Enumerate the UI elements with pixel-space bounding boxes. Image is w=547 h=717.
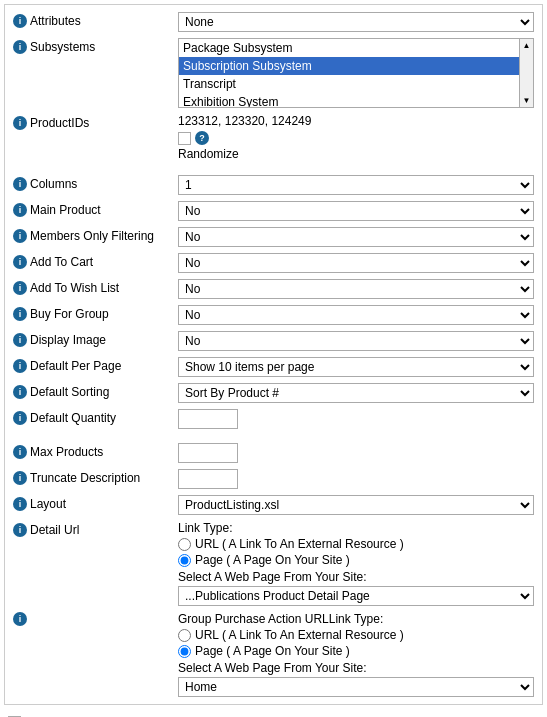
layout-label: i Layout [13,495,178,511]
default-quantity-info-icon[interactable]: i [13,411,27,425]
detail-url-row: i Detail Url Link Type: URL ( A Link To … [13,518,534,609]
url-external-label: URL ( A Link To An External Resource ) [195,537,404,551]
display-image-info-icon[interactable]: i [13,333,27,347]
members-only-info-icon[interactable]: i [13,229,27,243]
page-on-site-radio[interactable] [178,554,191,567]
select-web-page-label: Select A Web Page From Your Site: [178,570,534,584]
subsystems-item-subscription[interactable]: Subscription Subsystem [179,57,519,75]
group-page-select[interactable]: Home [178,677,534,697]
default-sorting-label: i Default Sorting [13,383,178,399]
subsystems-info-icon[interactable]: i [13,40,27,54]
detail-page-select[interactable]: ...Publications Product Detail Page [178,586,534,606]
default-sorting-control: Sort By Product # [178,383,534,403]
default-per-page-control: Show 10 items per page [178,357,534,377]
buy-for-group-label: i Buy For Group [13,305,178,321]
buy-for-group-control: No [178,305,534,325]
add-to-cart-info-icon[interactable]: i [13,255,27,269]
default-quantity-label-text: Default Quantity [30,411,116,425]
default-quantity-input[interactable]: 1 [178,409,238,429]
display-image-select[interactable]: No [178,331,534,351]
buy-for-group-select[interactable]: No [178,305,534,325]
randomize-label-text: Randomize [178,147,534,161]
max-products-label: i Max Products [13,443,178,459]
url-external-radio[interactable] [178,538,191,551]
max-products-info-icon[interactable]: i [13,445,27,459]
buy-for-group-label-text: Buy For Group [30,307,109,321]
subsystems-row: i Subsystems Package Subsystem Subscript… [13,35,534,111]
subsystems-control: Package Subsystem Subscription Subsystem… [178,38,534,108]
columns-info-icon[interactable]: i [13,177,27,191]
attributes-info-icon[interactable]: i [13,14,27,28]
scroll-up-arrow[interactable]: ▲ [521,39,533,52]
truncate-description-control: 0 [178,469,534,489]
default-sorting-info-icon[interactable]: i [13,385,27,399]
subsystems-label-text: Subsystems [30,40,95,54]
page-on-site-option: Page ( A Page On Your Site ) [178,553,534,567]
main-product-info-icon[interactable]: i [13,203,27,217]
max-products-label-text: Max Products [30,445,103,459]
product-ids-info-icon[interactable]: i [13,116,27,130]
subsystems-label: i Subsystems [13,38,178,54]
members-only-row: i Members Only Filtering No [13,224,534,250]
product-ids-control: 123312, 123320, 124249 ? Randomize [178,114,534,161]
scroll-down-arrow[interactable]: ▼ [521,94,533,107]
add-to-cart-row: i Add To Cart No [13,250,534,276]
default-per-page-info-icon[interactable]: i [13,359,27,373]
add-to-wish-list-select[interactable]: No [178,279,534,299]
layout-select[interactable]: ProductListing.xsl [178,495,534,515]
truncate-description-input[interactable]: 0 [178,469,238,489]
group-purchase-control: Group Purchase Action URLLink Type: URL … [178,612,534,697]
members-only-select[interactable]: No [178,227,534,247]
add-to-wish-list-info-icon[interactable]: i [13,281,27,295]
main-product-select[interactable]: No [178,201,534,221]
subsystems-item-transcript[interactable]: Transcript [179,75,519,93]
layout-row: i Layout ProductListing.xsl [13,492,534,518]
group-purchase-row: i Group Purchase Action URLLink Type: UR… [13,609,534,700]
product-ids-value-row: 123312, 123320, 124249 [178,114,534,128]
max-products-input[interactable]: 0 [178,443,238,463]
detail-url-info-icon[interactable]: i [13,523,27,537]
product-ids-row: i ProductIDs 123312, 123320, 124249 ? Ra… [13,111,534,164]
columns-label: i Columns [13,175,178,191]
subsystems-scrollbar[interactable]: ▲ ▼ [520,38,534,108]
main-product-row: i Main Product No [13,198,534,224]
columns-control: 1 [178,175,534,195]
add-to-cart-control: No [178,253,534,273]
members-only-label: i Members Only Filtering [13,227,178,243]
product-ids-checkbox-row: ? [178,131,534,145]
default-per-page-select[interactable]: Show 10 items per page [178,357,534,377]
attributes-row: i Attributes None [13,9,534,35]
truncate-description-info-icon[interactable]: i [13,471,27,485]
max-products-control: 0 [178,443,534,463]
layout-info-icon[interactable]: i [13,497,27,511]
randomize-checkbox[interactable] [178,132,191,145]
detail-url-label-text: Detail Url [30,523,79,537]
truncate-description-row: i Truncate Description 0 [13,466,534,492]
columns-row: i Columns 1 [13,172,534,198]
layout-label-text: Layout [30,497,66,511]
add-to-wish-list-control: No [178,279,534,299]
add-to-wish-list-label: i Add To Wish List [13,279,178,295]
group-purchase-label: i [13,612,178,626]
product-ids-value-text: 123312, 123320, 124249 [178,114,311,128]
buy-for-group-info-icon[interactable]: i [13,307,27,321]
attributes-select[interactable]: None [178,12,534,32]
subsystems-list[interactable]: Package Subsystem Subscription Subsystem… [178,38,520,108]
group-page-on-site-option: Page ( A Page On Your Site ) [178,644,534,658]
default-per-page-label: i Default Per Page [13,357,178,373]
subsystems-item-exhibition[interactable]: Exhibition System [179,93,519,108]
subsystems-item-package[interactable]: Package Subsystem [179,39,519,57]
add-to-cart-select[interactable]: No [178,253,534,273]
group-url-external-radio[interactable] [178,629,191,642]
add-to-wish-list-row: i Add To Wish List No [13,276,534,302]
max-products-row: i Max Products 0 [13,440,534,466]
link-type-label: Link Type: [178,521,534,535]
group-purchase-info-icon[interactable]: i [13,612,27,626]
url-external-option: URL ( A Link To An External Resource ) [178,537,534,551]
columns-select[interactable]: 1 [178,175,534,195]
randomize-help-icon[interactable]: ? [195,131,209,145]
group-page-on-site-radio[interactable] [178,645,191,658]
default-sorting-select[interactable]: Sort By Product # [178,383,534,403]
add-to-cart-label-text: Add To Cart [30,255,93,269]
default-quantity-label: i Default Quantity [13,409,178,425]
